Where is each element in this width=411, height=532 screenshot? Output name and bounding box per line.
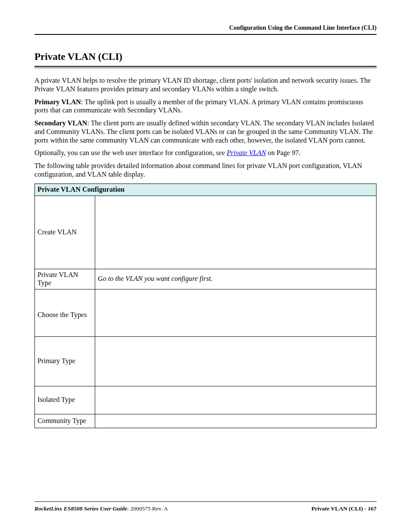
table-row: Primary Type [35, 336, 377, 386]
optional-pre-text: Optionally, you can use the web user int… [34, 149, 227, 157]
optional-post-text: on Page 97. [266, 149, 300, 157]
row-label: Private VLAN Type [35, 269, 95, 289]
table-row: Choose the Types [35, 289, 377, 336]
footer-left: RocketLinx ES8508 Series User Guide: 200… [34, 505, 168, 512]
footer-row: RocketLinx ES8508 Series User Guide: 200… [34, 505, 377, 512]
row-content [95, 289, 377, 336]
row-content [95, 414, 377, 428]
table-row: Isolated Type [35, 386, 377, 414]
footer-guide-title: RocketLinx ES8508 Series User Guide [34, 505, 127, 512]
primary-vlan-label: Primary VLAN [34, 98, 81, 106]
private-vlan-link[interactable]: Private VLAN [227, 149, 266, 157]
page-footer: RocketLinx ES8508 Series User Guide: 200… [34, 501, 377, 512]
primary-vlan-text: : The uplink port is usually a member of… [34, 98, 363, 115]
row-label: Choose the Types [35, 289, 95, 336]
primary-vlan-paragraph: Primary VLAN: The uplink port is usually… [34, 98, 377, 115]
running-head: Configuration Using the Command Line Int… [34, 24, 377, 31]
row-content: Go to the VLAN you want configure first. [95, 269, 377, 289]
table-row: Create VLAN [35, 196, 377, 269]
footer-guide-rev: : 2000575 Rev. A [127, 505, 168, 512]
footer-right: Private VLAN (CLI) - 167 [311, 505, 377, 512]
table-row: Private VLAN Type Go to the VLAN you wan… [35, 269, 377, 289]
row-label: Community Type [35, 414, 95, 428]
following-paragraph: The following table provides detailed in… [34, 162, 377, 179]
optional-paragraph: Optionally, you can use the web user int… [34, 149, 377, 158]
row-content [95, 386, 377, 414]
row-content [95, 336, 377, 386]
table-row: Community Type [35, 414, 377, 428]
document-page: Configuration Using the Command Line Int… [0, 0, 411, 532]
row-label: Create VLAN [35, 196, 95, 269]
row-label: Primary Type [35, 336, 95, 386]
secondary-vlan-paragraph: Secondary VLAN: The client ports are usu… [34, 119, 377, 145]
secondary-vlan-label: Secondary VLAN [34, 119, 87, 127]
table-header: Private VLAN Configuration [35, 184, 377, 196]
intro-paragraph: A private VLAN helps to resolve the prim… [34, 77, 377, 94]
footer-rule [34, 501, 377, 502]
row-content [95, 196, 377, 269]
private-vlan-config-table: Private VLAN Configuration Create VLAN P… [34, 184, 377, 428]
row-label: Isolated Type [35, 386, 95, 414]
header-rule [34, 34, 377, 35]
page-title: Private VLAN (CLI) [34, 51, 377, 62]
title-rule [34, 66, 377, 68]
table-header-row: Private VLAN Configuration [35, 184, 377, 196]
